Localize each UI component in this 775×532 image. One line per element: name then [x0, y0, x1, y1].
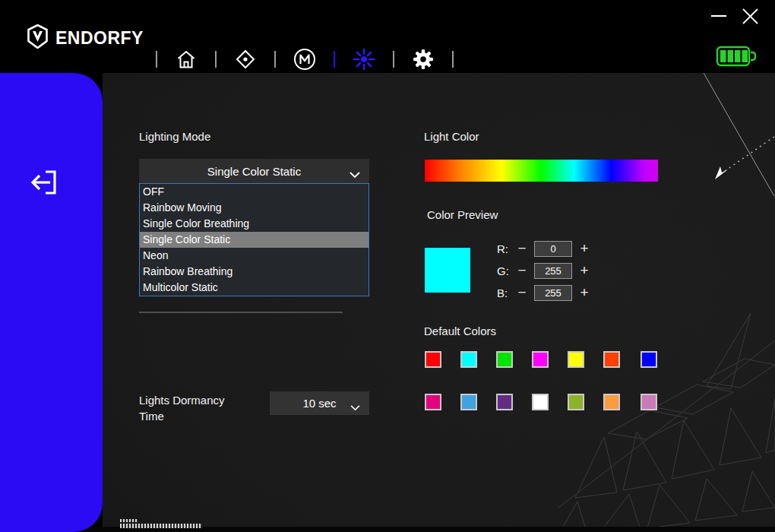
default-color-swatch[interactable]	[568, 394, 584, 410]
dropdown-option-multicolor-static[interactable]: Multicolor Static	[140, 280, 369, 296]
app-window: ENDORFY	[0, 0, 775, 532]
light-color-label: Light Color	[424, 130, 479, 143]
green-stepper-row: G: − +	[497, 262, 596, 279]
back-exit-icon[interactable]	[27, 166, 59, 199]
endorfy-shield-icon	[27, 24, 48, 52]
default-color-swatch[interactable]	[641, 351, 657, 368]
brand-logo: ENDORFY	[27, 24, 144, 52]
color-preview-swatch	[425, 248, 470, 293]
lighting-mode-label: Lighting Mode	[139, 130, 210, 143]
lighting-mode-dropdown-list: OFF Rainbow Moving Single Color Breathin…	[139, 183, 369, 296]
blue-stepper-row: B: − +	[497, 284, 596, 301]
dormancy-selected-value: 10 sec	[302, 397, 336, 410]
red-stepper-row: R: − +	[497, 240, 596, 257]
battery-indicator	[716, 45, 757, 71]
default-color-swatch[interactable]	[425, 394, 441, 410]
lighting-mode-selected-value: Single Color Static	[207, 165, 301, 178]
main-nav	[156, 46, 454, 73]
nav-divider	[215, 51, 217, 68]
nav-divider	[393, 51, 394, 68]
red-plus-button[interactable]: +	[576, 241, 593, 256]
color-preview-label: Color Preview	[427, 208, 498, 221]
default-colors-label: Default Colors	[424, 325, 496, 337]
separator-line	[139, 312, 343, 313]
green-plus-button[interactable]: +	[576, 263, 593, 278]
default-color-swatch[interactable]	[603, 394, 620, 410]
chevron-down-icon	[350, 401, 360, 413]
nav-divider	[274, 51, 276, 68]
blue-plus-button[interactable]: +	[576, 285, 593, 300]
default-color-swatch[interactable]	[496, 394, 513, 410]
home-icon[interactable]	[175, 48, 198, 71]
chevron-down-icon	[350, 168, 360, 181]
minimize-button[interactable]	[708, 6, 729, 26]
settings-gear-icon[interactable]	[412, 48, 435, 71]
green-minus-button[interactable]: −	[514, 263, 530, 278]
blue-value-input[interactable]	[534, 285, 572, 301]
lighting-mode-select[interactable]: Single Color Static	[139, 159, 369, 183]
fine-print	[120, 519, 138, 522]
fine-print	[120, 524, 202, 528]
green-label: G:	[497, 264, 514, 277]
dropdown-option-rainbow-moving[interactable]: Rainbow Moving	[140, 200, 369, 216]
red-label: R:	[497, 242, 514, 255]
sidebar	[0, 73, 103, 532]
dormancy-label: Lights Dormancy Time	[139, 392, 245, 424]
nav-divider	[156, 51, 157, 68]
dropdown-option-single-color-breathing[interactable]: Single Color Breathing	[140, 216, 369, 232]
default-color-swatch[interactable]	[460, 351, 477, 368]
blue-minus-button[interactable]: −	[514, 285, 530, 300]
default-color-swatch[interactable]	[425, 351, 441, 368]
title-bar: ENDORFY	[0, 0, 775, 73]
default-color-swatch[interactable]	[460, 394, 477, 410]
brand-name: ENDORFY	[55, 28, 144, 49]
default-color-swatch[interactable]	[532, 394, 549, 410]
red-minus-button[interactable]: −	[514, 241, 530, 256]
lighting-icon-active[interactable]	[353, 48, 375, 71]
macro-icon[interactable]	[293, 48, 316, 71]
window-bottom-edge	[0, 527, 775, 532]
color-spectrum-bar[interactable]	[425, 160, 658, 182]
close-button[interactable]	[739, 5, 761, 27]
nav-divider-accent	[334, 51, 335, 68]
default-color-swatch[interactable]	[496, 351, 513, 368]
default-color-swatch[interactable]	[532, 351, 549, 368]
dpi-move-icon[interactable]	[234, 48, 257, 71]
dropdown-option-neon[interactable]: Neon	[140, 248, 369, 264]
default-color-swatch[interactable]	[603, 351, 620, 368]
default-color-swatch[interactable]	[641, 394, 657, 410]
red-value-input[interactable]	[534, 241, 572, 257]
dropdown-option-off[interactable]: OFF	[140, 184, 369, 200]
default-color-swatch[interactable]	[568, 351, 584, 368]
dropdown-option-single-color-static[interactable]: Single Color Static	[140, 232, 369, 248]
blue-label: B:	[497, 287, 514, 299]
nav-divider	[452, 51, 454, 68]
lighting-page: Lighting Mode Single Color Static OFF Ra…	[0, 0, 775, 532]
dropdown-option-rainbow-breathing[interactable]: Rainbow Breathing	[140, 264, 369, 280]
dormancy-select[interactable]: 10 sec	[270, 391, 369, 415]
green-value-input[interactable]	[534, 263, 572, 279]
